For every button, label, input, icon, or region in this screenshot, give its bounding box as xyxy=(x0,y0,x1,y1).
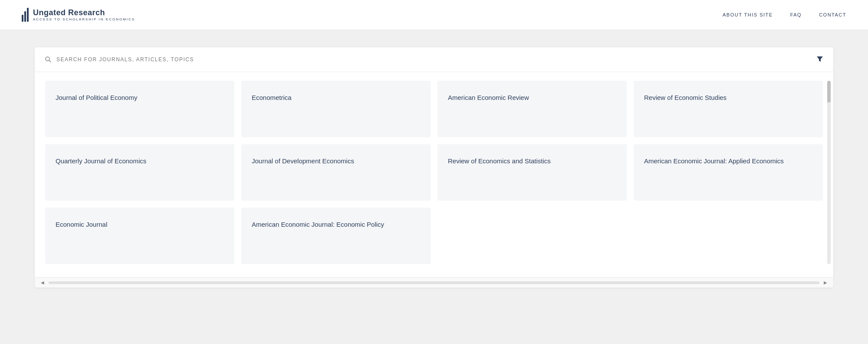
svg-marker-2 xyxy=(817,56,823,62)
svg-line-1 xyxy=(49,60,51,62)
logo-text: Ungated Research Access to Scholarship i… xyxy=(33,8,135,21)
search-input[interactable] xyxy=(56,56,812,63)
main-content: Journal of Political EconomyEconometrica… xyxy=(0,30,868,305)
logo-subtitle: Access to Scholarship in Economics xyxy=(33,17,135,21)
journal-name-aer: American Economic Review xyxy=(448,93,529,103)
journal-name-qje: Quarterly Journal of Economics xyxy=(56,156,146,166)
filter-icon[interactable] xyxy=(817,56,823,63)
nav-faq[interactable]: FAQ xyxy=(790,12,802,17)
scroll-right-arrow[interactable]: ▶ xyxy=(821,279,830,286)
journal-card-aej-applied[interactable]: American Economic Journal: Applied Econo… xyxy=(634,144,823,201)
scroll-left-arrow[interactable]: ◀ xyxy=(38,279,47,286)
search-bar xyxy=(35,47,833,72)
journals-container: Journal of Political EconomyEconometrica… xyxy=(35,72,833,277)
journals-grid: Journal of Political EconomyEconometrica… xyxy=(45,81,823,264)
scrollbar-horizontal[interactable]: ◀ ▶ xyxy=(35,277,833,288)
journal-name-econometrica: Econometrica xyxy=(252,93,292,103)
journal-name-ej: Economic Journal xyxy=(56,220,107,229)
logo-title: Ungated Research xyxy=(33,8,135,17)
journal-card-jde[interactable]: Journal of Development Economics xyxy=(241,144,431,201)
logo-icon xyxy=(22,8,29,22)
logo[interactable]: Ungated Research Access to Scholarship i… xyxy=(22,8,135,22)
journal-card-restat[interactable]: Review of Economics and Statistics xyxy=(437,144,627,201)
journal-card-aej-policy[interactable]: American Economic Journal: Economic Poli… xyxy=(241,208,431,264)
journal-name-jpe: Journal of Political Economy xyxy=(56,93,137,103)
logo-bar-1 xyxy=(22,15,23,22)
nav-about[interactable]: About This Site xyxy=(723,12,773,17)
site-header: Ungated Research Access to Scholarship i… xyxy=(0,0,868,30)
journal-card-jpe[interactable]: Journal of Political Economy xyxy=(45,81,234,137)
journal-card-econometrica[interactable]: Econometrica xyxy=(241,81,431,137)
journal-name-restat: Review of Economics and Statistics xyxy=(448,156,551,166)
logo-bar-3 xyxy=(27,8,29,22)
scroll-track-horizontal xyxy=(49,281,819,284)
journal-name-res: Review of Economic Studies xyxy=(644,93,727,103)
main-nav: About This Site FAQ Contact xyxy=(723,12,846,17)
journal-card-ej[interactable]: Economic Journal xyxy=(45,208,234,264)
journal-card-res[interactable]: Review of Economic Studies xyxy=(634,81,823,137)
journal-name-aej-applied: American Economic Journal: Applied Econo… xyxy=(644,156,784,166)
nav-contact[interactable]: Contact xyxy=(819,12,846,17)
journal-card-aer[interactable]: American Economic Review xyxy=(437,81,627,137)
search-icon xyxy=(45,56,51,63)
journal-name-jde: Journal of Development Economics xyxy=(252,156,354,166)
logo-bar-2 xyxy=(24,11,26,22)
journal-name-aej-policy: American Economic Journal: Economic Poli… xyxy=(252,220,384,229)
journal-card-qje[interactable]: Quarterly Journal of Economics xyxy=(45,144,234,201)
search-panel: Journal of Political EconomyEconometrica… xyxy=(35,47,833,288)
scrollbar-vertical[interactable] xyxy=(827,81,831,264)
